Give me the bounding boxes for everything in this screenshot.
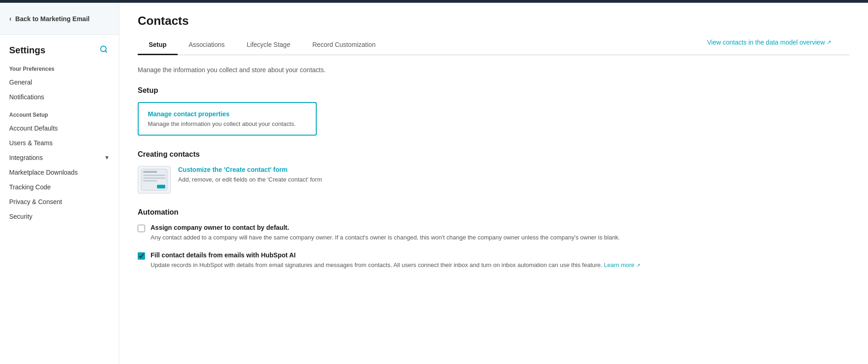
- svg-rect-5: [143, 177, 165, 179]
- properties-card-title: Manage contact properties: [148, 110, 307, 118]
- learn-more-link[interactable]: Learn more ↗: [604, 262, 640, 268]
- create-contact-form-item: Customize the 'Create contact' form Add,…: [138, 166, 850, 193]
- account-setup-section-label: Account Setup: [0, 104, 119, 121]
- creating-contacts-heading: Creating contacts: [138, 150, 850, 159]
- users-teams-label: Users & Teams: [9, 139, 53, 147]
- back-to-marketing-email-button[interactable]: ‹ Back to Marketing Email: [0, 3, 119, 35]
- creating-contacts-section: Creating contacts Customize t: [138, 150, 850, 193]
- create-contact-form-link[interactable]: Customize the 'Create contact' form: [178, 166, 322, 173]
- automation-heading: Automation: [138, 208, 850, 216]
- svg-line-1: [105, 51, 106, 52]
- external-link-icon: ↗: [827, 39, 831, 46]
- svg-rect-3: [143, 171, 157, 173]
- svg-rect-4: [143, 175, 165, 176]
- manage-contact-properties-card[interactable]: Manage contact properties Manage the inf…: [138, 102, 317, 136]
- chevron-down-icon: ▼: [104, 154, 110, 161]
- sidebar-item-marketplace-downloads[interactable]: Marketplace Downloads: [0, 165, 119, 180]
- tab-record-customization[interactable]: Record Customization: [301, 35, 386, 55]
- back-link-label: Back to Marketing Email: [15, 15, 90, 23]
- assign-company-owner-text: Assign company owner to contact by defau…: [151, 224, 620, 242]
- automation-section: Automation Assign company owner to conta…: [138, 208, 850, 269]
- properties-card-description: Manage the information you collect about…: [148, 120, 307, 127]
- tabs-left: Setup Associations Lifecycle Stage Recor…: [138, 35, 386, 55]
- integrations-label: Integrations: [9, 154, 43, 161]
- tab-setup[interactable]: Setup: [138, 35, 178, 55]
- tabs-bar: Setup Associations Lifecycle Stage Recor…: [138, 35, 850, 55]
- assign-company-owner-item: Assign company owner to contact by defau…: [138, 224, 850, 242]
- privacy-consent-label: Privacy & Consent: [9, 198, 62, 205]
- sidebar-item-general[interactable]: General: [0, 75, 119, 90]
- page-title: Contacts: [138, 14, 850, 28]
- sidebar-item-privacy-consent[interactable]: Privacy & Consent: [0, 194, 119, 209]
- tracking-code-label: Tracking Code: [9, 183, 51, 191]
- setup-section-heading: Setup: [138, 86, 850, 95]
- sidebar-item-integrations[interactable]: Integrations ▼: [0, 150, 119, 165]
- fill-contact-details-description: Update records in HubSpot with details f…: [151, 261, 640, 270]
- create-contact-text: Customize the 'Create contact' form Add,…: [178, 166, 322, 183]
- data-model-link-text: View contacts in the data model overview: [707, 39, 825, 46]
- assign-company-owner-label: Assign company owner to contact by defau…: [151, 224, 620, 231]
- notifications-label: Notifications: [9, 93, 44, 101]
- main-content: Contacts Setup Associations Lifecycle St…: [119, 3, 868, 364]
- fill-contact-details-checkbox[interactable]: [138, 252, 145, 260]
- learn-more-ext-icon: ↗: [636, 262, 640, 268]
- sidebar-title: Settings: [9, 45, 45, 56]
- your-preferences-section-label: Your Preferences: [0, 62, 119, 75]
- tab-associations[interactable]: Associations: [178, 35, 236, 55]
- sidebar-header: Settings: [0, 35, 119, 62]
- sidebar-item-notifications[interactable]: Notifications: [0, 90, 119, 104]
- create-contact-form-description: Add, remove, or edit fields on the 'Crea…: [178, 176, 322, 183]
- assign-company-owner-checkbox[interactable]: [138, 225, 145, 232]
- tab-lifecycle-stage[interactable]: Lifecycle Stage: [235, 35, 301, 55]
- create-contact-thumbnail: [138, 166, 171, 193]
- setup-section: Setup Manage contact properties Manage t…: [138, 86, 850, 136]
- svg-rect-6: [143, 180, 157, 182]
- sidebar-item-security[interactable]: Security: [0, 209, 119, 224]
- fill-contact-details-label: Fill contact details from emails with Hu…: [151, 251, 640, 259]
- page-description: Manage the information you collect and s…: [138, 66, 850, 74]
- sidebar: ‹ Back to Marketing Email Settings Your …: [0, 3, 119, 364]
- security-label: Security: [9, 213, 33, 220]
- marketplace-downloads-label: Marketplace Downloads: [9, 169, 78, 176]
- data-model-overview-link[interactable]: View contacts in the data model overview…: [707, 39, 850, 51]
- chevron-left-icon: ‹: [9, 15, 11, 23]
- fill-contact-details-text: Fill contact details from emails with Hu…: [151, 251, 640, 270]
- content-area: Manage the information you collect and s…: [119, 55, 868, 290]
- app-body: ‹ Back to Marketing Email Settings Your …: [0, 3, 868, 364]
- page-header: Contacts Setup Associations Lifecycle St…: [119, 3, 868, 55]
- sidebar-item-users-teams[interactable]: Users & Teams: [0, 136, 119, 150]
- svg-rect-7: [157, 185, 165, 188]
- sidebar-item-tracking-code[interactable]: Tracking Code: [0, 180, 119, 194]
- general-label: General: [9, 79, 32, 86]
- account-defaults-label: Account Defaults: [9, 125, 58, 132]
- sidebar-item-account-defaults[interactable]: Account Defaults: [0, 121, 119, 136]
- fill-contact-details-item: Fill contact details from emails with Hu…: [138, 251, 850, 270]
- assign-company-owner-description: Any contact added to a company will have…: [151, 233, 620, 242]
- sidebar-search-button[interactable]: [98, 43, 110, 57]
